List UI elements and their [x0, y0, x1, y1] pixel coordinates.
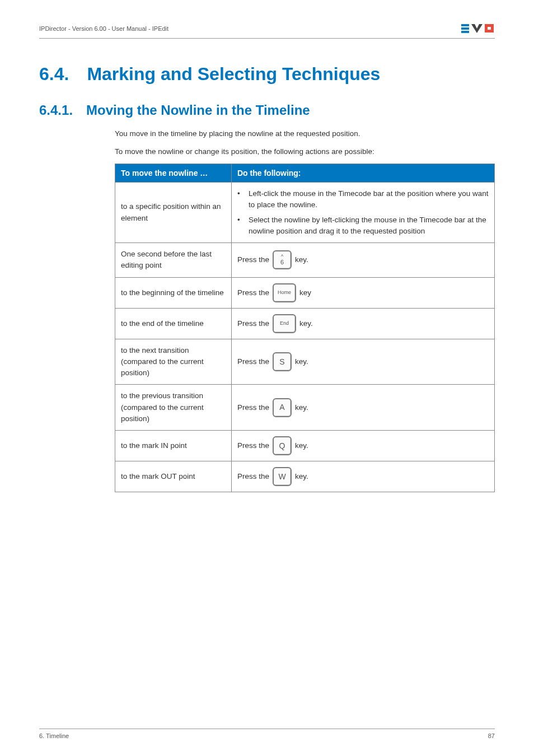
- row-left: to a specific position within an element: [115, 183, 232, 243]
- bullet-icon: •: [237, 214, 243, 237]
- footer-left: 6. Timeline: [39, 732, 69, 739]
- svg-rect-6: [491, 27, 494, 30]
- press-label: Press the: [237, 356, 269, 367]
- key-suffix: key.: [295, 471, 308, 482]
- row-left: to the end of the timeline: [115, 308, 232, 339]
- h2-number: 6.4.1.: [39, 102, 73, 118]
- row-right: Press the ^6 key.: [232, 243, 495, 278]
- table-header-move: To move the nowline …: [115, 164, 232, 183]
- subsection-heading-6-4-1: 6.4.1. Moving the Nowline in the Timelin…: [39, 102, 495, 118]
- svg-rect-2: [461, 31, 469, 33]
- key-caret-6-icon: ^6: [273, 250, 292, 269]
- table-row: to the mark OUT point Press the W key.: [115, 461, 495, 492]
- table-row: to the end of the timeline Press the End…: [115, 308, 495, 339]
- svg-rect-4: [485, 27, 488, 30]
- bullet-text: Select the nowline by left-clicking the …: [249, 214, 489, 237]
- key-suffix: key.: [295, 254, 308, 265]
- key-suffix: key.: [295, 440, 308, 451]
- evs-logo: [461, 22, 495, 35]
- press-label: Press the: [237, 254, 269, 265]
- row-right: •Left-click the mouse in the Timecode ba…: [232, 183, 495, 243]
- footer-page-number: 87: [488, 732, 495, 739]
- bullet-icon: •: [237, 188, 243, 211]
- row-left: to the next transition (compared to the …: [115, 339, 232, 385]
- key-suffix: key: [299, 287, 311, 298]
- key-suffix: key.: [299, 318, 313, 329]
- svg-rect-0: [461, 24, 469, 26]
- key-suffix: key.: [295, 356, 308, 367]
- table-row: to the beginning of the timeline Press t…: [115, 277, 495, 308]
- table-row: to the next transition (compared to the …: [115, 339, 495, 385]
- table-header-do: Do the following:: [232, 164, 495, 183]
- h1-number: 6.4.: [39, 64, 69, 85]
- table-row: One second before the last editing point…: [115, 243, 495, 278]
- page: IPDirector - Version 6.00 - User Manual …: [0, 0, 534, 756]
- svg-rect-5: [485, 30, 494, 32]
- h1-title: Marking and Selecting Techniques: [87, 64, 380, 85]
- press-label: Press the: [237, 471, 269, 482]
- svg-rect-1: [461, 27, 469, 30]
- key-s-icon: S: [273, 352, 292, 371]
- key-q-icon: Q: [273, 436, 292, 455]
- press-label: Press the: [237, 402, 269, 413]
- svg-rect-3: [485, 24, 494, 27]
- body-content: You move in the timeline by placing the …: [115, 128, 495, 492]
- h2-title: Moving the Nowline in the Timeline: [86, 102, 310, 118]
- key-end-icon: End: [273, 314, 296, 333]
- table-row: to a specific position within an element…: [115, 183, 495, 243]
- row-left: to the beginning of the timeline: [115, 277, 232, 308]
- bullet-text: Left-click the mouse in the Timecode bar…: [249, 188, 489, 211]
- intro-paragraph-2: To move the nowline or change its positi…: [115, 146, 495, 157]
- key-suffix: key.: [295, 402, 308, 413]
- nowline-table: To move the nowline … Do the following: …: [115, 164, 495, 492]
- section-heading-6-4: 6.4. Marking and Selecting Techniques: [39, 64, 495, 85]
- row-right: Press the A key.: [232, 385, 495, 431]
- footer-bar: 6. Timeline 87: [39, 729, 495, 739]
- table-row: to the mark IN point Press the Q key.: [115, 431, 495, 461]
- press-label: Press the: [237, 318, 269, 329]
- row-left: to the previous transition (compared to …: [115, 385, 232, 431]
- intro-paragraph-1: You move in the timeline by placing the …: [115, 128, 495, 139]
- press-label: Press the: [237, 287, 269, 298]
- row-right: Press the Home key: [232, 277, 495, 308]
- header-left-text: IPDirector - Version 6.00 - User Manual …: [39, 25, 168, 32]
- header-bar: IPDirector - Version 6.00 - User Manual …: [39, 22, 495, 39]
- key-w-icon: W: [273, 467, 292, 486]
- row-left: to the mark OUT point: [115, 461, 232, 492]
- table-row: to the previous transition (compared to …: [115, 385, 495, 431]
- key-a-icon: A: [273, 398, 292, 417]
- key-home-icon: Home: [273, 283, 296, 302]
- row-right: Press the S key.: [232, 339, 495, 385]
- row-left: One second before the last editing point: [115, 243, 232, 278]
- row-left: to the mark IN point: [115, 431, 232, 461]
- row-right: Press the W key.: [232, 461, 495, 492]
- press-label: Press the: [237, 440, 269, 451]
- row-right: Press the Q key.: [232, 431, 495, 461]
- row-right: Press the End key.: [232, 308, 495, 339]
